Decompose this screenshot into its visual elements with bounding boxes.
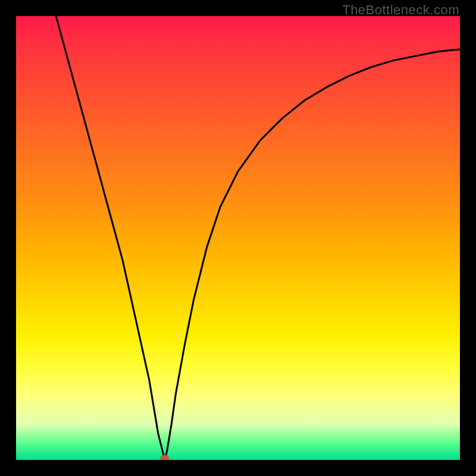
watermark-text: TheBottleneck.com	[342, 2, 459, 18]
plot-gradient-background	[16, 16, 460, 460]
chart-frame: TheBottleneck.com	[0, 0, 476, 476]
